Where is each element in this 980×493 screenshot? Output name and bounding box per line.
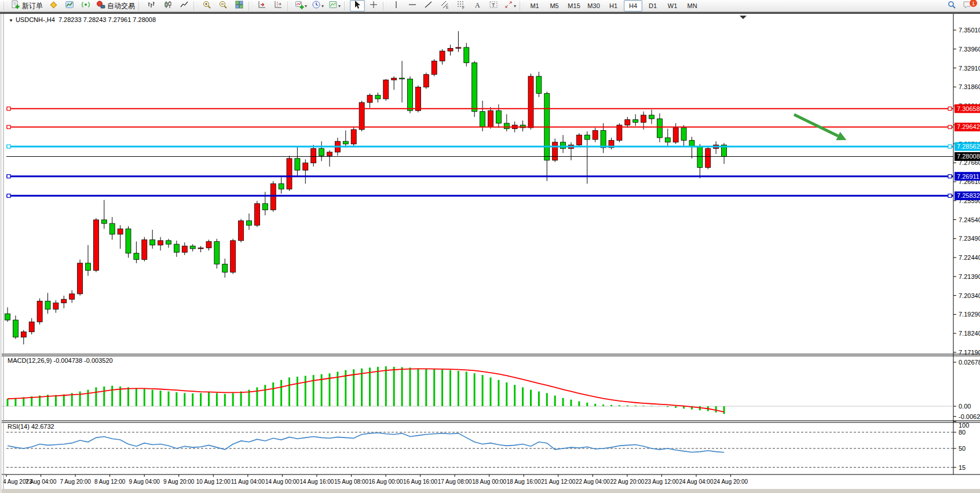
search-icon	[947, 0, 956, 12]
candle	[423, 73, 429, 89]
template-button[interactable]	[327, 0, 342, 12]
time-axis-label: 14 Aug 00:00	[265, 479, 299, 485]
line-chart-button[interactable]	[177, 0, 192, 12]
zoom-in-icon	[202, 0, 211, 12]
horizontal-line-button[interactable]	[405, 0, 420, 12]
time-axis-label: 11 Aug 04:00	[231, 479, 265, 485]
level-handle[interactable]	[7, 145, 10, 148]
candle	[142, 237, 147, 262]
charts-icon	[65, 0, 74, 12]
period-icon	[312, 0, 321, 12]
level-handle[interactable]	[948, 175, 952, 178]
chart-window: 7.350107.339607.329107.318607.308107.297…	[0, 14, 980, 493]
new-order-button[interactable]: 新订单	[9, 0, 45, 12]
time-axis-label: 7 Aug 20:00	[60, 479, 91, 485]
charts-button[interactable]	[62, 0, 77, 12]
vline-icon	[392, 0, 401, 12]
svg-text:A: A	[475, 1, 480, 9]
auto-trading-button-label: 自动交易	[107, 1, 135, 11]
indicators-add-icon	[295, 0, 304, 12]
candle	[705, 146, 711, 170]
level-handle[interactable]	[7, 194, 10, 197]
time-axis-label: 24 Aug 20:00	[714, 479, 748, 485]
arrows-button[interactable]	[502, 0, 518, 12]
auto-trading-button[interactable]: 自动交易	[94, 0, 137, 12]
crosshair-button[interactable]	[366, 0, 381, 12]
timeframe-w1-button[interactable]: W1	[663, 0, 682, 12]
text-button[interactable]: A	[470, 0, 485, 12]
fibonacci-button[interactable]: F	[454, 0, 469, 12]
candle	[617, 123, 622, 142]
toolbar-right: 1	[944, 0, 979, 12]
cursor-button[interactable]	[350, 0, 365, 12]
time-axis-label: 24 Aug 04:00	[679, 479, 714, 485]
timeframe-group: M1M5M15M30H1H4D1W1MN	[525, 0, 702, 12]
level-handle[interactable]	[948, 125, 952, 128]
time-axis-label: 23 Aug 12:00	[645, 479, 679, 485]
level-handle[interactable]	[948, 107, 952, 111]
toolbar-group-6: EFAT	[388, 0, 518, 12]
candle	[553, 139, 558, 163]
candle	[239, 219, 244, 242]
level-handle[interactable]	[948, 194, 952, 197]
timeframe-h4-button[interactable]: H4	[624, 0, 642, 12]
chart-background	[2, 14, 980, 493]
auto-scroll-button[interactable]	[254, 0, 269, 12]
timeframe-m30-button[interactable]: M30	[584, 0, 603, 12]
candle	[287, 156, 292, 191]
price-axis-label: 7.18240	[959, 330, 980, 337]
channel-icon: E	[440, 0, 449, 12]
tile-windows-button[interactable]	[232, 0, 247, 12]
timeframe-m1-button[interactable]: M1	[525, 0, 544, 12]
level-handle[interactable]	[7, 107, 10, 111]
timeframe-h1-button[interactable]: H1	[604, 0, 623, 12]
candlestick-button[interactable]	[160, 0, 175, 12]
chart-canvas[interactable]: 7.350107.339607.329107.318607.308107.297…	[2, 14, 980, 493]
timeframe-d1-button[interactable]: D1	[643, 0, 662, 12]
svg-text:7.28008: 7.28008	[957, 153, 980, 160]
notifications-button[interactable]: 1	[960, 0, 975, 12]
signals-button[interactable]	[78, 0, 93, 12]
rsi-axis-label: 15	[959, 464, 966, 471]
timeframe-m5-button[interactable]: M5	[545, 0, 564, 12]
rsi-axis-label: 100	[959, 422, 969, 429]
price-axis-label: 7.32910	[959, 65, 980, 72]
bar-chart-button[interactable]	[144, 0, 159, 12]
timeframe-m15-button[interactable]: M15	[565, 0, 583, 12]
time-axis-label: 15 Aug 08:00	[334, 479, 368, 485]
time-axis-label: 21 Aug 12:00	[541, 479, 575, 485]
collapse-icon[interactable]: ▼	[9, 18, 13, 23]
trendline-button[interactable]	[421, 0, 436, 12]
level-handle[interactable]	[7, 175, 10, 178]
text-label-button[interactable]: T	[486, 0, 501, 12]
toolbar-grip	[383, 2, 387, 10]
toolbar-grip	[344, 2, 348, 10]
toolbar-grip	[248, 2, 253, 10]
equidistant-channel-button[interactable]: E	[437, 0, 452, 12]
zoom-out-button[interactable]	[215, 0, 231, 12]
svg-text:7.29642: 7.29642	[957, 123, 980, 130]
vertical-line-button[interactable]	[389, 0, 404, 12]
candle	[231, 239, 236, 274]
zoom-in-button[interactable]	[199, 0, 214, 12]
search-button[interactable]	[944, 0, 959, 12]
chart-symbol-period: USDCNH-,H4	[16, 16, 55, 23]
text-icon: A	[473, 0, 482, 12]
level-handle[interactable]	[7, 125, 10, 128]
price-axis-label: 7.31860	[959, 83, 980, 90]
price-axis-label: 7.23490	[959, 235, 980, 242]
indicators-button[interactable]	[293, 0, 309, 12]
candle	[576, 133, 582, 146]
market-watch-icon	[49, 0, 58, 12]
chart-shift-button[interactable]	[270, 0, 286, 12]
level-handle[interactable]	[948, 145, 952, 148]
svg-text:T: T	[492, 2, 495, 8]
time-axis-label: 9 Aug 04:00	[129, 479, 160, 485]
market-watch-button[interactable]	[46, 0, 61, 12]
period-button[interactable]	[310, 0, 326, 12]
candle	[37, 299, 42, 325]
timeframe-mn-button[interactable]: MN	[683, 0, 701, 12]
macd-axis-label: 0.00	[959, 403, 971, 410]
cursor-icon	[353, 0, 362, 12]
arrows-icon	[504, 0, 513, 12]
